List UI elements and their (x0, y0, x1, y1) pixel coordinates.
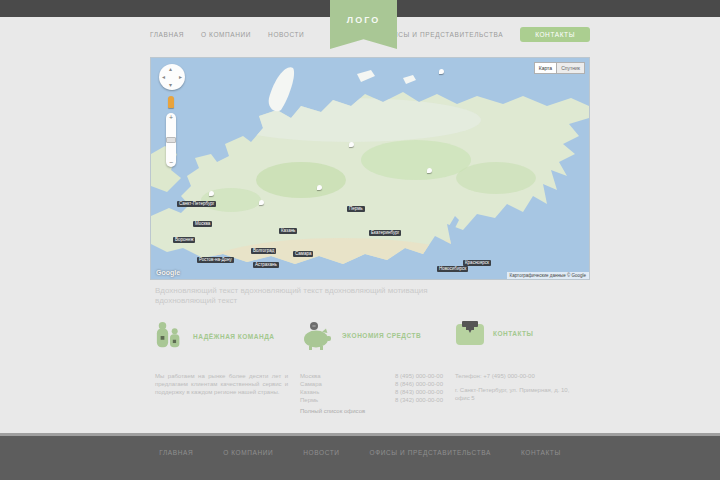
zoom-slider-handle[interactable] (166, 137, 176, 143)
map-city-label[interactable]: Новосибирск (437, 266, 468, 272)
page: ЛОГО ГЛАВНАЯ О КОМПАНИИ НОВОСТИ ОФИСЫ И … (0, 0, 720, 480)
map-marker[interactable] (259, 200, 264, 205)
tagline-line1: Вдохновляющий текст вдохновляющий текст … (155, 286, 585, 296)
footer-item-about[interactable]: О КОМПАНИИ (223, 449, 273, 456)
office-city: Москва (300, 372, 320, 380)
map-city-label[interactable]: Красноярск (463, 260, 491, 266)
office-city: Пермь (300, 396, 318, 404)
map-city-label[interactable]: Москва (193, 221, 212, 227)
feature-contacts-text: Телефон: +7 (495) 000-00-00 г. Санкт-Пет… (455, 372, 583, 402)
nav-item-offices[interactable]: ОФИСЫ И ПРЕДСТАВИТЕЛЬСТВА (382, 31, 503, 38)
logo-text: ЛОГО (347, 15, 380, 49)
pan-right-icon[interactable]: ▸ (179, 74, 182, 80)
google-logo[interactable]: Google (156, 269, 180, 276)
offices-more-link[interactable]: Полный список офисов (300, 407, 443, 415)
feature-offices-list: Москва 8 (495) 000-00-00 Самара 8 (846) … (300, 372, 443, 415)
feature-contacts-label: КОНТАКТЫ (493, 330, 533, 337)
contact-address: г. Санкт-Петербург, ул. Примерная, д. 10… (455, 386, 583, 402)
office-phone: 8 (342) 000-00-00 (395, 396, 443, 404)
map-pan-control[interactable]: ▴ ▾ ◂ ▸ (159, 64, 185, 90)
office-row: Казань 8 (843) 000-00-00 (300, 388, 443, 396)
piggy-bank-icon (300, 320, 334, 350)
office-city: Казань (300, 388, 319, 396)
footer: ГЛАВНАЯ О КОМПАНИИ НОВОСТИ ОФИСЫ И ПРЕДС… (0, 433, 720, 480)
contact-phone: Телефон: +7 (495) 000-00-00 (455, 372, 583, 380)
map-city-label[interactable]: Пермь (347, 206, 365, 212)
map-type-satellite-button[interactable]: Спутник (557, 62, 585, 74)
footer-item-home[interactable]: ГЛАВНАЯ (159, 449, 193, 456)
office-row: Пермь 8 (342) 000-00-00 (300, 396, 443, 404)
map-city-label[interactable]: Ростов-на-Дону (197, 257, 234, 263)
feature-team-label: НАДЁЖНАЯ КОМАНДА (193, 333, 275, 340)
map-type-map-button[interactable]: Карта (534, 62, 557, 74)
map-attribution: Картографические данные © Google (507, 272, 589, 279)
inbox-icon (455, 320, 485, 347)
footer-item-contacts[interactable]: КОНТАКТЫ (521, 449, 561, 456)
russia-map[interactable]: Санкт-Петербург Москва Воронеж Ростов-на… (150, 57, 590, 280)
map-city-label[interactable]: Волгоград (251, 248, 276, 254)
nav-item-news[interactable]: НОВОСТИ (268, 31, 304, 38)
map-city-label[interactable]: Самара (293, 251, 313, 257)
office-row: Самара 8 (846) 000-00-00 (300, 380, 443, 388)
map-marker[interactable] (427, 168, 432, 173)
tagline: Вдохновляющий текст вдохновляющий текст … (155, 286, 585, 305)
map-city-label[interactable]: Санкт-Петербург (177, 201, 216, 207)
pan-left-icon[interactable]: ◂ (162, 74, 165, 80)
zoom-out-button[interactable]: − (169, 158, 173, 167)
office-phone: 8 (495) 000-00-00 (395, 372, 443, 380)
map-marker[interactable] (439, 69, 444, 74)
map-zoom-control[interactable]: + − (166, 113, 176, 167)
map-canvas (151, 58, 589, 279)
feature-savings: ЭКОНОМИЯ СРЕДСТВ (300, 320, 445, 350)
map-city-label[interactable]: Воронеж (173, 237, 195, 243)
map-city-label[interactable]: Казань (279, 228, 297, 234)
feature-contacts: КОНТАКТЫ (455, 320, 585, 347)
feature-team-text: Мы работаем на рынке более десяти лет и … (155, 372, 288, 396)
pegman-icon[interactable] (168, 96, 174, 108)
nav-item-home[interactable]: ГЛАВНАЯ (150, 31, 184, 38)
map-city-label[interactable]: Екатеринбург (369, 230, 401, 236)
tagline-line2: вдохновляющий текст (155, 296, 585, 306)
map-type-switch: Карта Спутник (534, 62, 585, 74)
people-icon (155, 320, 185, 352)
footer-item-offices[interactable]: ОФИСЫ И ПРЕДСТАВИТЕЛЬСТВА (370, 449, 491, 456)
contacts-button[interactable]: КОНТАКТЫ (520, 27, 590, 42)
office-city: Самара (300, 380, 322, 388)
office-phone: 8 (846) 000-00-00 (395, 380, 443, 388)
feature-team: НАДЁЖНАЯ КОМАНДА (155, 320, 290, 352)
footer-item-news[interactable]: НОВОСТИ (303, 449, 339, 456)
pan-up-icon[interactable]: ▴ (169, 66, 172, 72)
office-phone: 8 (843) 000-00-00 (395, 388, 443, 396)
map-marker[interactable] (349, 142, 354, 147)
map-marker[interactable] (317, 185, 322, 190)
pan-down-icon[interactable]: ▾ (169, 82, 172, 88)
footer-nav: ГЛАВНАЯ О КОМПАНИИ НОВОСТИ ОФИСЫ И ПРЕДС… (0, 449, 720, 456)
map-city-label[interactable]: Астрахань (253, 262, 279, 268)
feature-savings-label: ЭКОНОМИЯ СРЕДСТВ (342, 332, 421, 339)
office-row: Москва 8 (495) 000-00-00 (300, 372, 443, 380)
zoom-in-button[interactable]: + (169, 113, 173, 122)
nav-item-about[interactable]: О КОМПАНИИ (201, 31, 251, 38)
map-marker[interactable] (209, 191, 214, 196)
